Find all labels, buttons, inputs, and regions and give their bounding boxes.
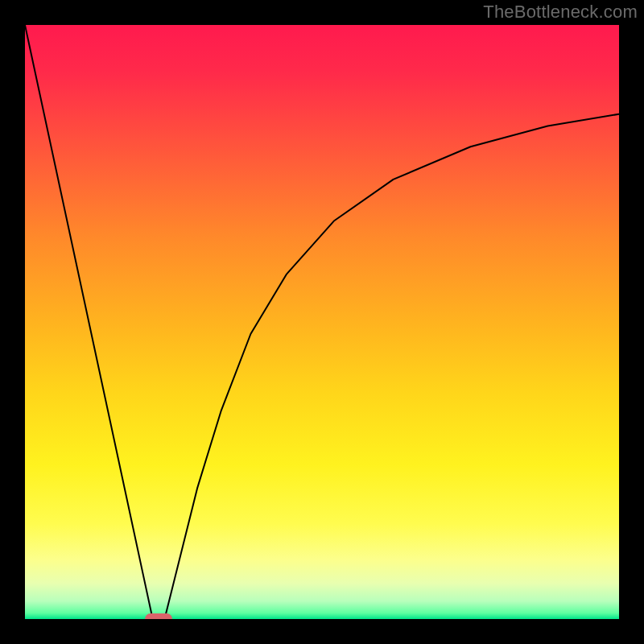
series-left-line — [25, 25, 153, 619]
watermark-label: TheBottleneck.com — [483, 2, 638, 23]
plot-area — [25, 25, 619, 619]
chart-frame: TheBottleneck.com — [0, 0, 644, 644]
curve-layer — [25, 25, 619, 619]
minimum-marker — [145, 613, 172, 619]
series-right-curve — [164, 114, 619, 619]
